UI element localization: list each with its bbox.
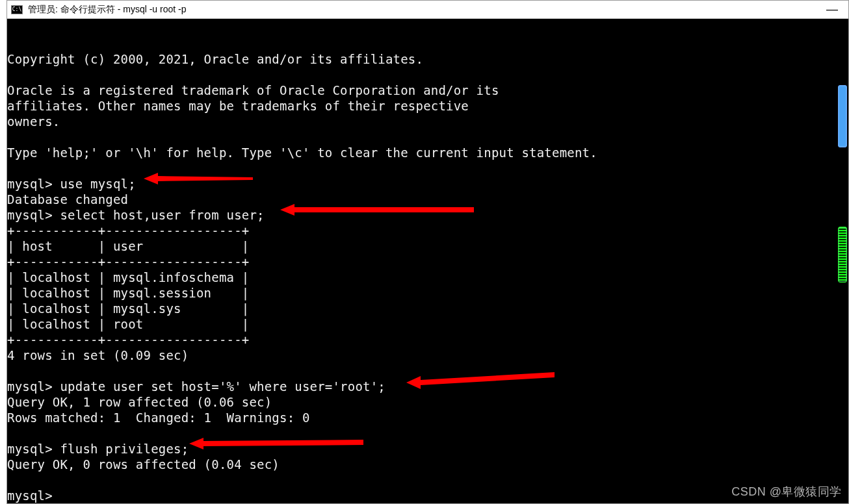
scrollbar-indicator-top[interactable] xyxy=(838,85,847,147)
window-title: 管理员: 命令行提示符 - mysql -u root -p xyxy=(28,4,186,16)
minimize-button[interactable]: — xyxy=(820,3,844,16)
terminal-output[interactable]: Copyright (c) 2000, 2021, Oracle and/or … xyxy=(7,19,848,503)
command-prompt-window: C:\ 管理员: 命令行提示符 - mysql -u root -p — Cop… xyxy=(7,0,849,504)
watermark: CSDN @卑微猿同学 xyxy=(731,484,842,499)
titlebar[interactable]: C:\ 管理员: 命令行提示符 - mysql -u root -p — xyxy=(7,1,848,19)
app-icon: C:\ xyxy=(11,5,23,14)
scrollbar-indicator-bottom[interactable] xyxy=(838,227,847,283)
